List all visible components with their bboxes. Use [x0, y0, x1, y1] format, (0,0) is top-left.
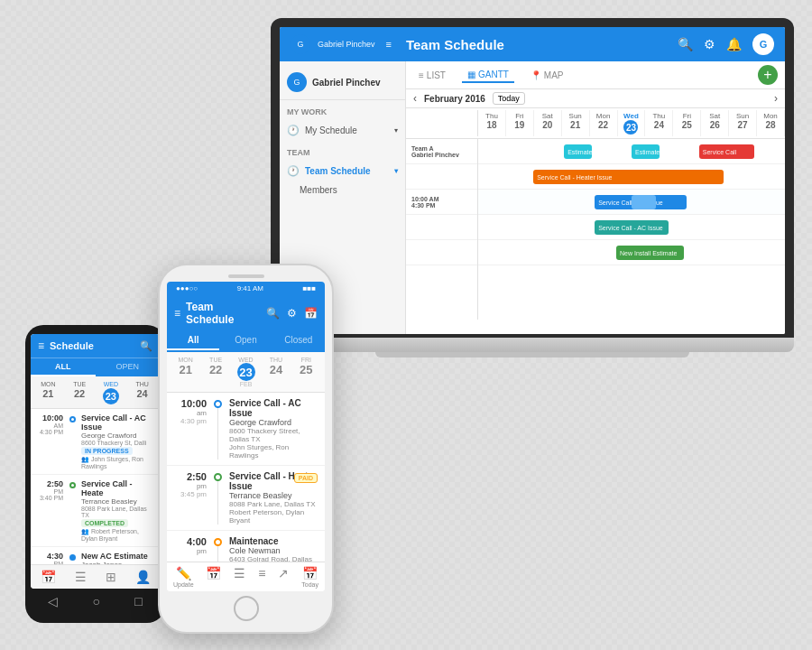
android-bottom-grid[interactable]: ⊞ — [106, 570, 116, 584]
laptop-title: Team Schedule — [406, 37, 670, 52]
gantt-day-28: Mon28 — [757, 110, 785, 136]
android-recent-btn[interactable]: □ — [134, 594, 142, 608]
sidebar-myschedule-label: My Schedule — [305, 125, 357, 135]
next-btn[interactable]: › — [774, 92, 778, 105]
gantt-bar-new-install[interactable]: New Install Estimate — [616, 246, 684, 260]
iphone-calendar-icon[interactable]: 📅 — [304, 307, 318, 320]
android-bottom-person[interactable]: 👤 — [135, 570, 151, 584]
android-bottom-list[interactable]: ☰ — [75, 570, 87, 584]
android-schedule-list: 10:00 AM 4:30 PM Service Call - AC Issue… — [31, 409, 160, 564]
iphone-event-title-3: Maintenace — [229, 536, 318, 546]
event-dot-2 — [69, 482, 76, 488]
android-back-btn[interactable]: ◁ — [48, 594, 58, 608]
iphone-event-person-1: George Crawford — [229, 418, 318, 427]
iphone-event-2[interactable]: 2:50 pm 3:45 pm Service Call - Heater Is… — [167, 466, 325, 531]
android-date-23-today[interactable]: Wed 23 — [96, 380, 127, 404]
gantt-bar-service-call-1[interactable]: Service Call — [699, 144, 754, 159]
iphone-dot-line-3 — [217, 546, 218, 562]
notifications-icon[interactable]: 🔔 — [726, 37, 742, 51]
gantt-label-col — [406, 110, 478, 136]
iphone-date-22[interactable]: Tue 22 — [200, 357, 230, 387]
iphone-event-address-2: 8088 Park Lane, Dallas TX — [229, 500, 318, 508]
clock-icon: 🕐 — [287, 125, 300, 136]
iphone-event-3[interactable]: 4:00 pm Maintenace Cole Newman 6403 Golr… — [167, 531, 325, 562]
android-event-2[interactable]: 2:50 PM 3:40 PM Service Call - Heate Ter… — [31, 475, 160, 547]
iphone-event-address-3: 6403 Golrad Road, Dallas TX — [229, 555, 318, 562]
iphone-tab-closed[interactable]: Closed — [272, 331, 325, 350]
iphone-date-23-today[interactable]: Wed 23 FEB — [231, 357, 261, 387]
sidebar-item-teamschedule[interactable]: 🕐 Team Schedule ▾ — [280, 161, 405, 181]
gantt-bar-estimate-2[interactable]: Estimate — [632, 144, 660, 159]
iphone-paid-badge: PAID — [294, 473, 318, 483]
tab-gantt[interactable]: ▦ GANTT — [462, 68, 514, 83]
gantt-day-19: Fri19 — [506, 110, 534, 136]
android-date-21[interactable]: Mon 21 — [32, 380, 64, 404]
iphone-screen: ●●●○○ 9:41 AM ■■■ ≡ Team Schedule 🔍 ⚙ 📅 … — [167, 282, 325, 591]
tab-map[interactable]: 📍 MAP — [525, 69, 569, 82]
iphone-menu-icon[interactable]: ≡ — [174, 307, 180, 320]
android-tab-all[interactable]: ALL — [31, 358, 96, 376]
gantt-bar-heater-issue[interactable]: Service Call - Heater Issue — [533, 170, 724, 184]
iphone-date-row: Mon 21 Tue 22 Wed 23 FEB Thu 24 Fri — [167, 352, 325, 393]
iphone-dot-2 — [214, 473, 222, 481]
today-button[interactable]: Today — [493, 92, 525, 105]
tab-gantt-label: GANTT — [478, 70, 509, 79]
gantt-bar-ac-issue-2[interactable]: Service Call - AC Issue — [595, 220, 669, 235]
gantt-label-row-5 — [406, 240, 477, 265]
iphone-battery: ■■■ — [303, 284, 317, 292]
iphone-dot-line-1 — [217, 408, 218, 460]
iphone-tab-open[interactable]: Open — [219, 331, 272, 350]
iphone-event-crew-1: John Sturges, Ron Rawlings — [229, 443, 318, 460]
iphone-status-bar: ●●●○○ 9:41 AM ■■■ — [167, 282, 325, 295]
gantt-row-2: Service Call - Heater Issue — [478, 164, 785, 190]
android-event-title-3: New AC Estimate — [81, 552, 154, 561]
team-clock-icon: 🕐 — [287, 165, 300, 177]
iphone-today-btn[interactable]: 📅 Today — [301, 566, 318, 588]
gantt-day-22: Mon22 — [590, 110, 618, 136]
gantt-label-row-4 — [406, 215, 477, 240]
sidebar-item-members[interactable]: Members — [280, 181, 405, 199]
gantt-day-headers: Thu18 Fri19 Sat20 Sun21 — [478, 110, 785, 136]
iphone-home-button[interactable] — [234, 596, 259, 621]
sidebar-item-myschedule[interactable]: 🕐 My Schedule ▾ — [280, 120, 405, 141]
iphone-grid-btn[interactable]: ≡ — [258, 566, 265, 588]
iphone-calendar-btn[interactable]: 📅 — [206, 566, 221, 588]
gantt-day-20: Sat20 — [534, 110, 562, 136]
iphone-list-btn[interactable]: ☰ — [234, 566, 245, 588]
iphone-share-btn[interactable]: ↗ — [278, 566, 289, 588]
android-tab-open[interactable]: OPEN — [96, 358, 161, 376]
android-home-btn[interactable]: ○ — [93, 594, 100, 608]
settings-icon[interactable]: ⚙ — [704, 37, 715, 51]
prev-btn[interactable]: ‹ — [413, 92, 417, 105]
gantt-row-5: New Install Estimate — [478, 240, 785, 265]
tab-list[interactable]: ≡ LIST — [413, 69, 451, 82]
search-icon[interactable]: 🔍 — [678, 37, 693, 51]
gantt-day-23-today: Wed23 — [618, 110, 646, 136]
iphone-date-25[interactable]: Fri 25 — [291, 357, 321, 387]
iphone-tab-all[interactable]: All — [167, 331, 219, 350]
gantt-day-24: Thu24 — [645, 110, 673, 136]
iphone-event-1[interactable]: 10:00 am 4:30 pm Service Call - AC Issue… — [167, 393, 325, 466]
user-account-icon[interactable]: G — [752, 33, 774, 55]
gantt-row-4: Service Call - AC Issue — [478, 215, 785, 240]
iphone-filter-icon[interactable]: ⚙ — [287, 307, 297, 320]
iphone-date-21[interactable]: Mon 21 — [171, 357, 200, 387]
android-search-icon[interactable]: 🔍 — [140, 340, 152, 352]
laptop: G Gabriel Pinchev ≡ Team Schedule 🔍 ⚙ 🔔 … — [271, 18, 794, 397]
iphone-date-24[interactable]: Thu 24 — [261, 357, 291, 387]
android-bottom-calendar[interactable]: 📅 — [41, 570, 56, 584]
iphone-app-title: Team Schedule — [186, 301, 261, 326]
android-event-1[interactable]: 10:00 AM 4:30 PM Service Call - AC Issue… — [31, 409, 160, 475]
chevron-icon: ▾ — [394, 126, 398, 135]
add-button[interactable]: + — [758, 65, 778, 85]
gantt-bar-ac-issue-detail[interactable] — [632, 195, 656, 209]
android-event-3[interactable]: 4:30 PM 6:00 PM New AC Estimate Jacob Jo… — [31, 547, 160, 564]
iphone-update-btn[interactable]: ✏️ Update — [173, 566, 194, 588]
iphone: ●●●○○ 9:41 AM ■■■ ≡ Team Schedule 🔍 ⚙ 📅 … — [158, 264, 334, 634]
android-date-22[interactable]: Tue 22 — [64, 380, 96, 404]
android-date-24[interactable]: Thu 24 — [126, 380, 158, 404]
android-menu-icon[interactable]: ≡ — [38, 339, 44, 352]
gantt-bar-estimate-1[interactable]: Estimate — [564, 144, 592, 159]
iphone-search-icon[interactable]: 🔍 — [266, 307, 280, 320]
event-dot-1 — [69, 416, 76, 422]
